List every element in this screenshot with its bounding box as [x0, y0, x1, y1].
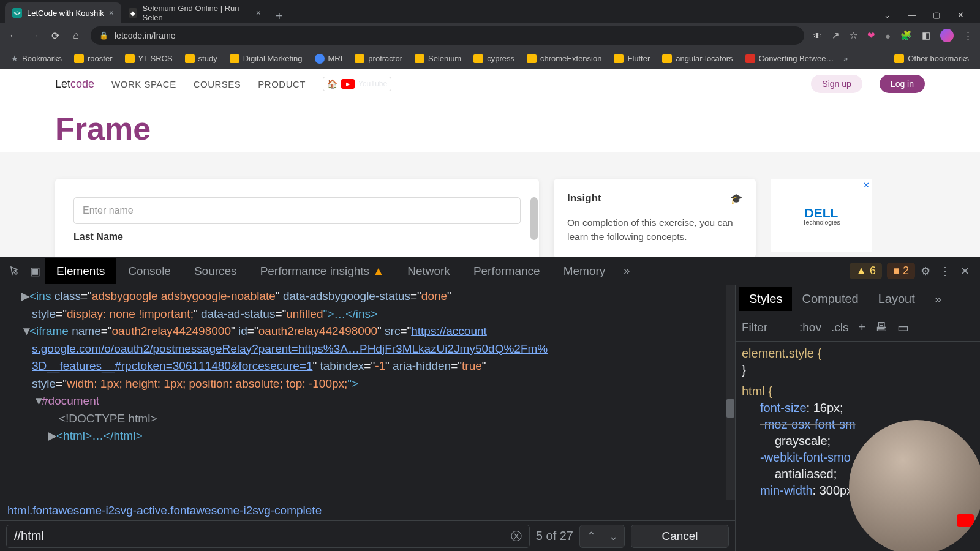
find-count: 5 of 27	[536, 529, 573, 543]
favicon-icon: <>	[12, 8, 22, 18]
reload-icon[interactable]: ⟳	[49, 29, 61, 42]
errors-badge[interactable]: ■ 2	[887, 263, 915, 279]
sidepanel-icon[interactable]: ◧	[922, 30, 930, 41]
nav-courses[interactable]: COURSES	[194, 79, 241, 89]
nav-product[interactable]: PRODUCT	[258, 79, 306, 89]
tab-memory[interactable]: Memory	[552, 258, 617, 284]
ad-card[interactable]: ✕ DELL Technologies	[771, 179, 872, 252]
youtube-button[interactable]: 🏠 ▶ YouTube	[323, 77, 391, 91]
back-icon[interactable]: ←	[7, 29, 20, 42]
kebab-icon[interactable]: ⋮	[936, 262, 954, 280]
page-title: Frame	[55, 110, 925, 147]
bm-ytsrcs[interactable]: YT SRCS	[120, 54, 178, 63]
name-input[interactable]: Enter name	[74, 197, 521, 224]
scrollbar-thumb[interactable]	[726, 399, 734, 418]
share-icon[interactable]: ↗	[832, 30, 840, 41]
webcam-overlay	[849, 420, 980, 551]
hero: Frame	[0, 99, 980, 152]
tab-sources[interactable]: Sources	[183, 258, 248, 284]
bm-protractor[interactable]: protractor	[350, 54, 407, 63]
scrollbar-track[interactable]	[726, 285, 735, 500]
bookmarks-bar: ★Bookmarks rooster YT SRCS study Digital…	[0, 48, 980, 69]
signup-button[interactable]: Sign up	[811, 75, 862, 93]
bm-chromeext[interactable]: chromeExtension	[522, 54, 606, 63]
bm-cypress[interactable]: cypress	[469, 54, 519, 63]
url-text: letcode.in/frame	[115, 31, 176, 40]
css-rules[interactable]: element.style { } html { font-size: 16px…	[736, 342, 980, 551]
close-ad-icon[interactable]: ✕	[863, 181, 870, 190]
kebab-menu-icon[interactable]: ⋮	[963, 30, 973, 41]
scrollbar-thumb[interactable]	[530, 197, 538, 240]
panel-icon[interactable]: ▭	[897, 320, 909, 335]
close-icon[interactable]: ×	[109, 8, 114, 18]
profile-avatar[interactable]	[940, 29, 954, 42]
cls-toggle[interactable]: .cls	[831, 321, 849, 334]
tab-computed[interactable]: Computed	[792, 287, 868, 311]
login-button[interactable]: Log in	[880, 75, 925, 93]
device-icon[interactable]: ▣	[26, 262, 44, 280]
warnings-badge[interactable]: ▲ 6	[850, 263, 882, 279]
gear-icon[interactable]: ⚙	[916, 262, 935, 280]
find-input[interactable]: //html ⓧ	[6, 525, 530, 548]
bookmarks-label[interactable]: ★Bookmarks	[6, 54, 67, 63]
close-devtools-icon[interactable]: ✕	[956, 262, 974, 280]
minimize-icon[interactable]: —	[908, 10, 916, 20]
browser-toolbar: ← → ⟳ ⌂ 🔒 letcode.in/frame 👁 ↗ ☆ ❤ ● 🧩 ◧…	[0, 23, 980, 48]
filter-input[interactable]: Filter	[742, 321, 790, 334]
hov-toggle[interactable]: :hov	[799, 321, 821, 334]
play-icon: ▶	[341, 79, 355, 89]
bm-rooster[interactable]: rooster	[69, 54, 117, 63]
bm-converting[interactable]: Converting Betwee…	[741, 54, 839, 63]
bm-digital[interactable]: Digital Marketing	[225, 54, 307, 63]
tab-performance[interactable]: Performance	[462, 258, 551, 284]
tab-styles[interactable]: Styles	[739, 287, 792, 311]
tab-layout[interactable]: Layout	[869, 287, 925, 311]
maximize-icon[interactable]: ▢	[933, 10, 940, 20]
close-icon[interactable]: ×	[256, 8, 261, 18]
forward-icon[interactable]: →	[28, 29, 40, 42]
tab-network[interactable]: Network	[396, 258, 461, 284]
clear-find-icon[interactable]: ⓧ	[511, 529, 522, 544]
insight-text: On completion of this exercise, you can …	[567, 216, 742, 244]
new-tab-button[interactable]: +	[268, 9, 290, 23]
favicon-icon: ◆	[129, 8, 138, 18]
bookmark-star-icon[interactable]: ☆	[850, 30, 858, 41]
last-name-label: Last Name	[74, 231, 521, 242]
print-icon[interactable]: 🖶	[875, 320, 888, 334]
heart-icon[interactable]: ❤	[867, 30, 875, 41]
bm-angular[interactable]: angular-locators	[657, 54, 737, 63]
breadcrumb[interactable]: html.fontawesome-i2svg-active.fontawesom…	[0, 500, 735, 520]
tab-selenium-grid[interactable]: ◆ Selenium Grid Online | Run Selen ×	[121, 2, 268, 23]
tab-perf-insights[interactable]: Performance insights ▲	[249, 258, 396, 284]
bm-mri[interactable]: MRI	[310, 54, 348, 64]
graduation-cap-icon: 🎓	[730, 193, 742, 204]
find-prev-icon[interactable]: ⌃	[580, 525, 602, 547]
eye-icon[interactable]: 👁	[813, 31, 822, 41]
puzzle-icon[interactable]: 🧩	[900, 30, 912, 41]
bm-selenium[interactable]: Selenium	[410, 54, 466, 63]
other-bookmarks[interactable]: Other bookmarks	[889, 54, 974, 63]
chevron-down-icon[interactable]: ⌄	[884, 10, 891, 20]
more-tabs-icon[interactable]: »	[617, 262, 636, 280]
find-next-icon[interactable]: ⌄	[602, 525, 624, 547]
more-icon[interactable]: »	[925, 287, 951, 311]
insight-title: Insight	[567, 192, 601, 204]
site-logo[interactable]: Letcode	[55, 78, 94, 91]
nav-workspace[interactable]: WORK SPACE	[111, 79, 176, 89]
address-bar[interactable]: 🔒 letcode.in/frame	[91, 26, 804, 45]
plus-icon[interactable]: +	[858, 320, 865, 334]
browser-tabbar: <> LetCode with Koushik × ◆ Selenium Gri…	[0, 0, 980, 23]
styles-panel: Styles Computed Layout » Filter :hov .cl…	[735, 285, 980, 551]
extension-icon[interactable]: ●	[885, 31, 891, 41]
dom-tree[interactable]: ▶<ins class="adsbygoogle adsbygoogle-noa…	[0, 285, 735, 500]
tab-elements[interactable]: Elements	[45, 258, 116, 284]
close-window-icon[interactable]: ✕	[957, 10, 964, 20]
cancel-button[interactable]: Cancel	[631, 525, 729, 548]
tab-letcode[interactable]: <> LetCode with Koushik ×	[5, 2, 121, 23]
bm-study[interactable]: study	[180, 54, 222, 63]
bm-flutter[interactable]: Flutter	[609, 54, 655, 63]
inspect-icon[interactable]	[6, 262, 24, 280]
tab-console[interactable]: Console	[117, 258, 182, 284]
overflow-chevron-icon[interactable]: »	[843, 54, 848, 63]
home-icon[interactable]: ⌂	[70, 29, 82, 42]
